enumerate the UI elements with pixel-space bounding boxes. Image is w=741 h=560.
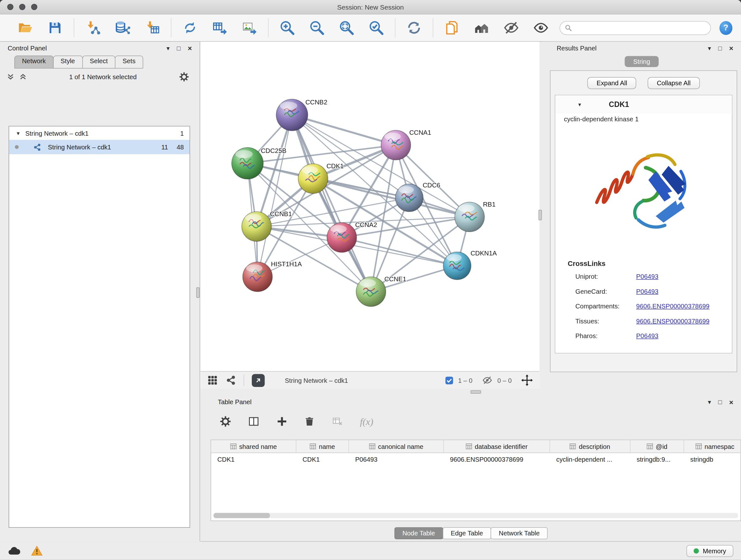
scrollbar-thumb[interactable] bbox=[213, 513, 270, 518]
close-panel-icon[interactable]: × bbox=[729, 398, 733, 406]
hide-selected-button[interactable] bbox=[502, 18, 521, 37]
cell-namespace[interactable]: stringdb bbox=[684, 453, 741, 466]
refresh-button[interactable] bbox=[405, 18, 423, 37]
network-node[interactable]: HIST1H1A bbox=[243, 260, 302, 292]
tab-string[interactable]: String bbox=[624, 56, 659, 67]
network-node[interactable]: RB1 bbox=[455, 201, 495, 232]
tab-node-table[interactable]: Node Table bbox=[394, 527, 443, 540]
export-table-button[interactable] bbox=[211, 18, 229, 37]
tab-style[interactable]: Style bbox=[53, 56, 83, 69]
column-header[interactable]: canonical name bbox=[349, 440, 444, 453]
network-node[interactable]: CCNA2 bbox=[327, 221, 377, 253]
hidden-eye-slash-icon[interactable] bbox=[482, 376, 492, 385]
network-edge[interactable] bbox=[257, 115, 292, 227]
network-node[interactable]: CDKN1A bbox=[443, 250, 497, 280]
grid-view-icon[interactable] bbox=[207, 375, 218, 386]
close-panel-icon[interactable]: × bbox=[188, 44, 192, 52]
tab-network-table[interactable]: Network Table bbox=[491, 527, 548, 540]
expand-all-button[interactable]: Expand All bbox=[588, 77, 636, 89]
save-session-button[interactable] bbox=[46, 18, 64, 37]
column-header[interactable]: namespac bbox=[684, 440, 741, 453]
network-collection-row[interactable]: ▼ String Network – cdk1 1 bbox=[9, 126, 190, 140]
fit-content-crosshair-icon[interactable] bbox=[522, 374, 533, 386]
gene-card-header[interactable]: ▼ CDK1 bbox=[555, 96, 732, 114]
column-header[interactable]: @id bbox=[630, 440, 684, 453]
import-table-from-file-button[interactable] bbox=[143, 18, 161, 37]
close-panel-icon[interactable]: × bbox=[729, 44, 733, 52]
function-builder-button[interactable]: f(x) bbox=[360, 416, 374, 427]
crosslink-compartments[interactable]: 9606.ENSP00000378699 bbox=[636, 301, 710, 312]
crosslink-uniprot[interactable]: P06493 bbox=[636, 272, 659, 282]
zoom-selected-button[interactable] bbox=[367, 18, 386, 37]
export-image-button[interactable] bbox=[240, 18, 259, 37]
show-all-button[interactable] bbox=[532, 18, 550, 37]
cell-canonical-name[interactable]: P06493 bbox=[349, 453, 444, 466]
memory-button[interactable]: Memory bbox=[686, 545, 733, 557]
delete-column-button[interactable] bbox=[304, 416, 315, 427]
export-network-button[interactable] bbox=[181, 18, 199, 37]
search-box[interactable] bbox=[560, 21, 711, 35]
cell-description[interactable]: cyclin-dependent ... bbox=[550, 453, 630, 466]
import-network-from-file-button[interactable] bbox=[84, 18, 102, 37]
network-node[interactable]: CCNB2 bbox=[276, 99, 327, 131]
first-neighbors-button[interactable] bbox=[473, 18, 491, 37]
show-columns-button[interactable] bbox=[248, 416, 260, 427]
crosslink-pharos[interactable]: P06493 bbox=[636, 331, 659, 341]
cell-shared-name[interactable]: CDK1 bbox=[211, 453, 296, 466]
create-column-button[interactable] bbox=[276, 416, 288, 427]
delete-table-button[interactable] bbox=[331, 416, 344, 427]
cloud-status-button[interactable] bbox=[8, 546, 21, 556]
network-node[interactable]: CCNA1 bbox=[381, 129, 431, 160]
zoom-out-button[interactable] bbox=[308, 18, 326, 37]
column-header[interactable]: description bbox=[550, 440, 630, 453]
network-canvas[interactable]: CCNB2CCNA1CDC25BCDK1CDC6RB1CCNB1CCNA2CDK… bbox=[201, 42, 540, 371]
maximize-panel-icon[interactable]: □ bbox=[718, 45, 722, 51]
float-panel-icon[interactable]: ▾ bbox=[708, 45, 711, 51]
network-node[interactable]: CCNE1 bbox=[356, 275, 406, 307]
cell-database-identifier[interactable]: 9606.ENSP00000378699 bbox=[444, 453, 550, 466]
float-panel-icon[interactable]: ▾ bbox=[708, 399, 711, 405]
gene-expand-icon[interactable]: ▼ bbox=[577, 102, 582, 107]
zoom-window-button[interactable] bbox=[31, 4, 38, 10]
network-edge[interactable] bbox=[292, 115, 371, 292]
tab-sets[interactable]: Sets bbox=[115, 56, 143, 69]
column-header[interactable]: database identifier bbox=[444, 440, 550, 453]
table-row[interactable]: CDK1 CDK1 P06493 9606.ENSP00000378699 cy… bbox=[211, 453, 741, 466]
selected-checkbox-icon[interactable] bbox=[445, 376, 454, 384]
network-options-gear-icon[interactable] bbox=[179, 71, 189, 82]
minimize-window-button[interactable] bbox=[19, 4, 25, 10]
zoom-in-button[interactable] bbox=[278, 18, 296, 37]
maximize-panel-icon[interactable]: □ bbox=[177, 45, 181, 51]
network-row[interactable]: String Network – cdk1 11 48 bbox=[9, 140, 190, 154]
network-overview-icon[interactable] bbox=[226, 375, 236, 386]
zoom-fit-button[interactable] bbox=[338, 18, 356, 37]
collection-expand-icon[interactable]: ▼ bbox=[16, 131, 21, 136]
column-header[interactable]: shared name bbox=[211, 440, 296, 453]
column-header[interactable]: name bbox=[296, 440, 349, 453]
splitter-handle[interactable] bbox=[471, 390, 481, 394]
search-input[interactable] bbox=[576, 24, 705, 32]
network-edge[interactable] bbox=[292, 115, 396, 145]
tab-select[interactable]: Select bbox=[82, 56, 115, 69]
table-options-button[interactable] bbox=[220, 416, 231, 427]
cell-name[interactable]: CDK1 bbox=[296, 453, 349, 466]
import-network-from-database-button[interactable] bbox=[114, 18, 132, 37]
float-panel-icon[interactable]: ▾ bbox=[166, 45, 170, 51]
network-node[interactable]: CCNB1 bbox=[242, 210, 292, 242]
tab-edge-table[interactable]: Edge Table bbox=[443, 527, 491, 540]
collapse-all-networks-icon[interactable] bbox=[19, 73, 27, 80]
tab-network[interactable]: Network bbox=[14, 56, 53, 69]
network-edge[interactable] bbox=[258, 115, 292, 277]
crosslink-genecard[interactable]: P06493 bbox=[636, 287, 659, 297]
export-view-button[interactable] bbox=[252, 374, 265, 387]
network-node[interactable]: CDK1 bbox=[298, 163, 344, 194]
splitter-handle[interactable] bbox=[539, 210, 542, 220]
warnings-button[interactable] bbox=[31, 546, 43, 556]
table-horizontal-scrollbar[interactable] bbox=[213, 513, 738, 518]
collapse-all-button[interactable]: Collapse All bbox=[648, 77, 700, 89]
expand-all-networks-icon[interactable] bbox=[7, 73, 14, 80]
cell-id[interactable]: stringdb:9... bbox=[630, 453, 684, 466]
crosslink-tissues[interactable]: 9606.ENSP00000378699 bbox=[636, 316, 710, 327]
splitter-handle[interactable] bbox=[196, 287, 200, 298]
close-window-button[interactable] bbox=[7, 4, 14, 10]
